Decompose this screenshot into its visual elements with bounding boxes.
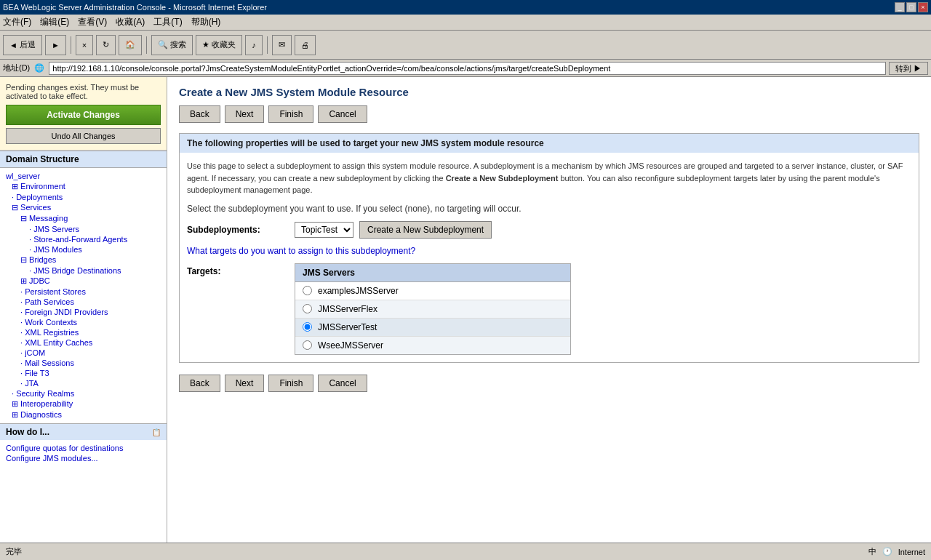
- maximize-button[interactable]: □: [906, 2, 916, 12]
- menu-help[interactable]: 帮助(H): [191, 16, 221, 28]
- pending-notice: Pending changes exist. They must be acti…: [0, 77, 167, 151]
- subdeployments-label: Subdeployments:: [187, 225, 289, 235]
- how-do-i-link-2[interactable]: Configure JMS modules...: [6, 453, 161, 463]
- how-do-i-icon: 📋: [152, 428, 161, 436]
- tree-item-jms-modules[interactable]: · JMS Modules: [0, 244, 167, 255]
- how-do-i-content: Configure quotas for destinations Config…: [0, 440, 167, 466]
- tree-item-services[interactable]: ⊟ Services: [0, 202, 167, 213]
- tree-item-jms-servers[interactable]: · JMS Servers: [0, 224, 167, 234]
- window-title: BEA WebLogic Server Administration Conso…: [3, 3, 267, 12]
- menu-tools[interactable]: 工具(T): [153, 16, 182, 28]
- finish-button-bottom[interactable]: Finish: [268, 375, 313, 392]
- next-button-top[interactable]: Next: [225, 105, 265, 123]
- jms-server-radio-examples[interactable]: [303, 286, 312, 295]
- menu-file[interactable]: 文件(F): [3, 16, 31, 28]
- jms-server-row-test[interactable]: JMSServerTest: [295, 319, 570, 337]
- jms-server-row-examples[interactable]: examplesJMSServer: [295, 282, 570, 300]
- tree-item-jms-bridge-destinations[interactable]: · JMS Bridge Destinations: [0, 265, 167, 276]
- tree-item-xml-registries[interactable]: · XML Registries: [0, 327, 167, 337]
- undo-all-changes-button[interactable]: Undo All Changes: [6, 128, 161, 144]
- activate-changes-button[interactable]: Activate Changes: [6, 105, 161, 125]
- back-button-top[interactable]: Back: [179, 105, 220, 123]
- section-description: Use this page to select a subdeployment …: [187, 160, 911, 196]
- minimize-button[interactable]: _: [895, 2, 905, 12]
- menu-edit[interactable]: 编辑(E): [40, 16, 69, 28]
- sidebar: Pending changes exist. They must be acti…: [0, 77, 167, 543]
- window-controls: _ □ ×: [895, 2, 928, 12]
- search-button[interactable]: 🔍 搜索: [151, 35, 193, 55]
- tree-item-foreign-jndi[interactable]: · Foreign JNDI Providers: [0, 307, 167, 317]
- tree-item-jcom[interactable]: · jCOM: [0, 348, 167, 358]
- tree-item-path-services[interactable]: · Path Services: [0, 297, 167, 307]
- section-header: The following properties will be used to…: [180, 134, 919, 153]
- status-text: 完毕: [6, 546, 22, 557]
- address-input[interactable]: [49, 62, 886, 75]
- favorites-button[interactable]: ★ 收藏夹: [196, 35, 242, 55]
- toolbar-separator2: [146, 36, 147, 54]
- tree-item-security-realms[interactable]: · Security Realms: [0, 388, 167, 399]
- subdeployment-select[interactable]: TopicTest (none): [295, 222, 353, 238]
- toolbar-separator3: [267, 36, 268, 54]
- tree-item-file-t3[interactable]: · File T3: [0, 368, 167, 378]
- targets-row: Targets: JMS Servers examplesJMSServer J…: [187, 263, 911, 355]
- content-area: Create a New JMS System Module Resource …: [167, 77, 931, 543]
- finish-button-top[interactable]: Finish: [268, 105, 313, 123]
- tree-root[interactable]: wl_server: [0, 171, 167, 181]
- tree-item-mail-sessions[interactable]: · Mail Sessions: [0, 358, 167, 368]
- cancel-button-bottom[interactable]: Cancel: [318, 375, 367, 392]
- jms-server-row-wsee[interactable]: WseeJMSServer: [295, 337, 570, 354]
- tree-item-persistent-stores[interactable]: · Persistent Stores: [0, 287, 167, 297]
- ie-icon: 🌐: [33, 63, 46, 73]
- cancel-button-top[interactable]: Cancel: [318, 105, 367, 123]
- close-button[interactable]: ×: [918, 2, 928, 12]
- next-button-bottom[interactable]: Next: [225, 375, 265, 392]
- jms-servers-table: JMS Servers examplesJMSServer JMSServerF…: [295, 263, 571, 355]
- tree-item-interoperability[interactable]: ⊞ Interoperability: [0, 399, 167, 409]
- targets-question: What targets do you want to assign to th…: [187, 246, 911, 256]
- domain-tree: wl_server ⊞ Environment · Deployments ⊟ …: [0, 168, 167, 423]
- jms-server-radio-flex[interactable]: [303, 304, 312, 313]
- menu-bar: 文件(F) 编辑(E) 查看(V) 收藏(A) 工具(T) 帮助(H): [0, 15, 931, 31]
- tree-item-bridges[interactable]: ⊟ Bridges: [0, 255, 167, 265]
- main-layout: Pending changes exist. They must be acti…: [0, 77, 931, 543]
- menu-favorites[interactable]: 收藏(A): [116, 16, 145, 28]
- select-note: Select the subdeployment you want to use…: [187, 204, 911, 214]
- jms-server-radio-wsee[interactable]: [303, 340, 312, 350]
- forward-button[interactable]: ►: [45, 35, 66, 55]
- jms-server-row-flex[interactable]: JMSServerFlex: [295, 300, 570, 319]
- mail-button[interactable]: ✉: [272, 35, 292, 55]
- how-do-i-link-1[interactable]: Configure quotas for destinations: [6, 443, 161, 453]
- toolbar: ◄ 后退 ► × ↻ 🏠 🔍 搜索 ★ 收藏夹 ♪ ✉ 🖨: [0, 31, 931, 60]
- tree-item-store-forward[interactable]: · Store-and-Forward Agents: [0, 234, 167, 244]
- section-body: Use this page to select a subdeployment …: [180, 153, 919, 362]
- media-button[interactable]: ♪: [245, 35, 263, 55]
- home-button[interactable]: 🏠: [119, 35, 142, 55]
- jms-servers-header: JMS Servers: [295, 264, 570, 282]
- jms-server-radio-test[interactable]: [303, 322, 312, 332]
- tree-item-messaging[interactable]: ⊟ Messaging: [0, 213, 167, 224]
- tree-item-jta[interactable]: · JTA: [0, 378, 167, 388]
- print-button[interactable]: 🖨: [295, 35, 316, 55]
- title-bar: BEA WebLogic Server Administration Conso…: [0, 0, 931, 15]
- go-button[interactable]: 转到 ▶: [889, 62, 928, 75]
- tree-item-jdbc[interactable]: ⊞ JDBC: [0, 276, 167, 287]
- targeting-section: The following properties will be used to…: [179, 133, 919, 363]
- tree-item-xml-entity-caches[interactable]: · XML Entity Caches: [0, 337, 167, 348]
- back-button-bottom[interactable]: Back: [179, 375, 220, 392]
- status-bar: 完毕 中 🕐 Internet: [0, 543, 931, 560]
- how-do-i-title: How do I... 📋: [0, 424, 167, 440]
- tree-item-work-contexts[interactable]: · Work Contexts: [0, 317, 167, 327]
- how-do-i-section: How do I... 📋 Configure quotas for desti…: [0, 423, 167, 466]
- tree-item-diagnostics[interactable]: ⊞ Diagnostics: [0, 409, 167, 420]
- subdeployments-row: Subdeployments: TopicTest (none) Create …: [187, 221, 911, 239]
- page-title: Create a New JMS System Module Resource: [179, 86, 919, 98]
- tree-item-environment[interactable]: ⊞ Environment: [0, 181, 167, 192]
- create-subdeployment-button[interactable]: Create a New Subdeployment: [359, 221, 492, 239]
- stop-button[interactable]: ×: [76, 35, 93, 55]
- refresh-button[interactable]: ↻: [96, 35, 116, 55]
- menu-view[interactable]: 查看(V): [78, 16, 107, 28]
- tree-item-deployments[interactable]: · Deployments: [0, 192, 167, 202]
- back-button[interactable]: ◄ 后退: [3, 35, 42, 55]
- address-label: 地址(D): [3, 63, 30, 73]
- status-left: 完毕: [6, 546, 22, 557]
